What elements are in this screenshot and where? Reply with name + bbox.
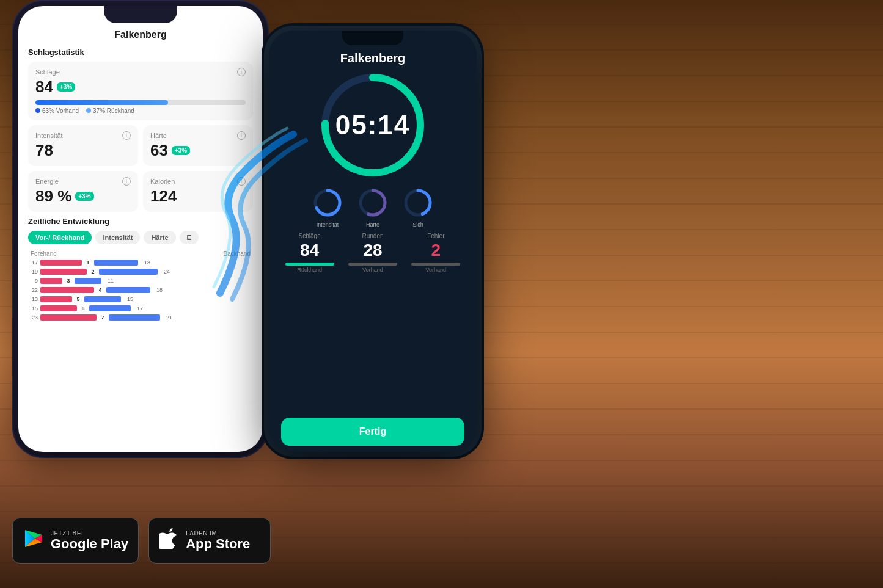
chart-bar-right-5: [84, 296, 121, 302]
runden-center-sublabel: Vorhand: [362, 267, 383, 273]
info-icon-energie: i: [122, 177, 131, 186]
schlaege-progress-bar: [35, 100, 246, 105]
chart-bar-left-4: [40, 287, 94, 293]
app-store-badge[interactable]: Laden im App Store: [148, 518, 271, 564]
chart-bar-left-2: [40, 269, 87, 275]
app-store-line2: App Store: [186, 537, 250, 551]
schlagstatistik-label: Schlagstatistik: [28, 48, 253, 57]
badges-container: JETZT BEI Google Play Laden im App Store: [12, 518, 271, 564]
fehler-center-value: 2: [431, 241, 441, 260]
chart-bar-left-7: [40, 314, 97, 321]
chart-bar-left-1: [40, 260, 82, 266]
mini-stat-label-haerte: Härte: [366, 222, 379, 228]
chart-row-6: 15 6 17: [28, 305, 253, 311]
google-play-icon: [23, 528, 45, 554]
google-play-badge[interactable]: JETZT BEI Google Play: [12, 518, 139, 564]
chart-bar-right-7: [109, 314, 160, 321]
mini-ring-sich: [401, 186, 434, 219]
schlaege-label: Schläge i: [35, 68, 246, 76]
chart-bar-right-2: [99, 269, 158, 275]
chart-bar-left-5: [40, 296, 72, 302]
chart-row-7: 23 7 21: [28, 314, 253, 321]
fehler-center-bar: [411, 263, 460, 266]
mini-stat-sich: Sich: [401, 186, 434, 228]
haerte-badge: +3%: [172, 146, 190, 155]
mini-ring-haerte: [356, 186, 389, 219]
schlaege-badge: +3%: [57, 82, 75, 92]
chart-bar-left-6: [40, 305, 77, 311]
apple-icon: [159, 528, 180, 554]
chart-bar-left-3: [40, 278, 62, 284]
stat-runden: Runden 28 Vorhand: [344, 233, 401, 273]
phone-notch-center: [342, 31, 403, 45]
mini-stat-label-sich: Sich: [412, 222, 423, 228]
google-play-text: JETZT BEI Google Play: [51, 530, 128, 551]
tab-vor-rueckhand[interactable]: Vor-/ Rückhand: [28, 231, 92, 244]
energie-value: 89 % +3%: [35, 187, 131, 206]
chart-bar-right-3: [75, 278, 101, 284]
wave-effect: [208, 122, 330, 305]
tab-e[interactable]: E: [180, 231, 199, 244]
google-play-line2: Google Play: [51, 537, 128, 551]
runden-center-bar: [348, 263, 397, 266]
info-icon-schlaege: i: [237, 68, 246, 76]
intensitaet-label: Intensität i: [35, 131, 131, 140]
app-store-text: Laden im App Store: [186, 530, 250, 551]
tab-intensitaet[interactable]: Intensität: [95, 231, 140, 244]
schlaege-progress-fill: [35, 100, 168, 105]
runden-center-value: 28: [363, 241, 382, 260]
fertig-button[interactable]: Fertig: [281, 418, 464, 446]
info-icon-int: i: [122, 131, 131, 140]
timer-ring-container: 05:14: [318, 70, 428, 180]
fehler-center-label: Fehler: [427, 233, 444, 239]
chart-bar-right-6: [89, 305, 131, 311]
intensitaet-card: Intensität i 78: [28, 125, 138, 166]
phone-left-title: Falkenberg: [28, 29, 253, 40]
timer-display: 05:14: [318, 70, 428, 180]
fehler-center-sublabel: Vorhand: [426, 267, 447, 273]
chart-bar-right-4: [106, 287, 150, 293]
progress-legend: 63% Vorhand 37% Rückhand: [35, 107, 246, 114]
runden-center-label: Runden: [362, 233, 383, 239]
tab-haerte[interactable]: Härte: [144, 231, 175, 244]
center-player-name: Falkenberg: [340, 51, 406, 65]
phone-notch-left: [104, 6, 177, 23]
intensitaet-value: 78: [35, 141, 131, 160]
stat-fehler: Fehler 2 Vorhand: [408, 233, 464, 273]
mini-stat-haerte: Härte: [356, 186, 389, 228]
energie-badge: +3%: [75, 192, 93, 201]
chart-bar-right-1: [94, 260, 138, 266]
energie-card: Energie i 89 % +3%: [28, 171, 138, 212]
energie-label: Energie i: [35, 177, 131, 186]
schlaege-card: Schläge i 84 +3% 63% Vorhand 37% Rückhan…: [28, 62, 253, 120]
schlaege-value: 84 +3%: [35, 78, 246, 96]
